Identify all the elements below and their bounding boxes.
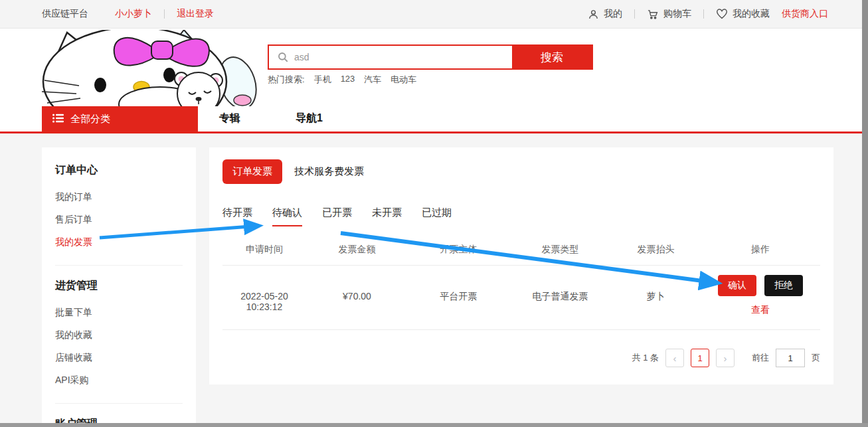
cell-amount: ¥70.00 [306, 275, 408, 316]
logout-link[interactable]: 退出登录 [177, 8, 214, 20]
tab-pending-confirm[interactable]: 待确认 [272, 207, 302, 226]
user-icon [588, 9, 599, 20]
cell-type: 电子普通发票 [509, 275, 611, 316]
vertical-scrollbar[interactable] [862, 0, 868, 427]
pagination-goto-label: 前往 [752, 352, 769, 364]
cell-apply-time: 2022-05-20 10:23:12 [222, 275, 306, 316]
topbar-right-group: 我的 购物车 我的收藏 供货商入口 [588, 8, 828, 20]
invoice-type-tabs: 订单发票 技术服务费发票 [222, 159, 820, 184]
divider [55, 265, 183, 266]
search-icon [277, 51, 289, 65]
search-button[interactable]: 搜索 [512, 46, 592, 68]
hot-search-item[interactable]: 123 [341, 74, 355, 86]
sidebar-section-title-orders: 订单中心 [55, 163, 183, 177]
tab-issued[interactable]: 已开票 [322, 207, 352, 226]
horizontal-scrollbar[interactable] [0, 423, 868, 427]
divider [164, 9, 165, 19]
tab-pending-issue[interactable]: 待开票 [222, 207, 252, 226]
hot-search-item[interactable]: 电动车 [391, 74, 416, 86]
pagination-page-unit: 页 [812, 352, 820, 364]
confirm-button[interactable]: 确认 [718, 275, 756, 296]
view-link[interactable]: 查看 [701, 304, 820, 316]
pagination-page-1[interactable]: 1 [691, 349, 709, 367]
column-header-amount: 发票金额 [306, 244, 408, 256]
top-bar: 供应链平台 小小萝卜 退出登录 我的 购物车 [0, 0, 868, 29]
sidebar-item-shop-favorites[interactable]: 店铺收藏 [55, 346, 183, 369]
supplier-entry-link[interactable]: 供货商入口 [782, 8, 828, 20]
table-row: 2022-05-20 10:23:12 ¥70.00 平台开票 电子普通发票 萝… [222, 266, 820, 330]
sidebar-item-bulk-order[interactable]: 批量下单 [55, 301, 183, 323]
my-account-label: 我的 [604, 8, 622, 20]
all-categories-button[interactable]: 全部分类 [42, 106, 198, 131]
sidebar-item-my-favorites[interactable]: 我的收藏 [55, 323, 183, 346]
account-sidebar: 订单中心 我的订单 售后订单 我的发票 进货管理 批量下单 我的收藏 店铺收藏 … [42, 147, 196, 427]
cart-link[interactable]: 购物车 [647, 8, 691, 20]
favorites-label: 我的收藏 [733, 8, 770, 20]
table-header-row: 申请时间 发票金额 开票主体 发票类型 发票抬头 操作 [222, 244, 820, 266]
search-input[interactable] [269, 46, 512, 68]
tab-order-invoice[interactable]: 订单发票 [222, 159, 282, 184]
hot-search-item[interactable]: 汽车 [364, 74, 381, 86]
divider [703, 9, 704, 19]
logo-cat-image[interactable] [42, 30, 261, 106]
cart-icon [647, 9, 659, 20]
pagination-total: 共 1 条 [632, 352, 659, 364]
favorites-link[interactable]: 我的收藏 [716, 8, 770, 20]
column-header-actions: 操作 [701, 244, 820, 256]
topbar-left-group: 供应链平台 小小萝卜 退出登录 [42, 8, 214, 20]
cell-title: 萝卜 [611, 275, 701, 316]
cart-label: 购物车 [663, 8, 691, 20]
invoice-status-tabs: 待开票 待确认 已开票 未开票 已过期 [222, 207, 820, 226]
column-header-apply-time: 申请时间 [222, 244, 306, 256]
sidebar-item-my-invoices[interactable]: 我的发票 [55, 230, 183, 253]
pagination-next-button[interactable]: › [716, 349, 735, 367]
divider [634, 9, 635, 19]
tab-service-fee-invoice[interactable]: 技术服务费发票 [292, 159, 367, 184]
column-header-type: 发票类型 [509, 244, 611, 256]
reject-button[interactable]: 拒绝 [764, 275, 803, 296]
cell-issuer: 平台开票 [408, 275, 509, 316]
cell-actions: 确认 拒绝 查看 [701, 275, 820, 316]
pagination: 共 1 条 ‹ 1 › 前往 页 [222, 349, 820, 367]
heart-icon [716, 9, 728, 19]
pagination-goto-input[interactable] [776, 349, 805, 367]
site-title: 供应链平台 [42, 8, 88, 20]
sidebar-item-my-orders[interactable]: 我的订单 [55, 185, 183, 208]
category-list-icon [52, 114, 64, 125]
site-header: 搜索 热门搜索: 手机 123 汽车 电动车 全部分类 专辑 导航1 [0, 29, 868, 133]
nav-item-nav1[interactable]: 导航1 [296, 106, 323, 131]
sidebar-item-api-purchase[interactable]: API采购 [55, 369, 183, 391]
tab-not-issued[interactable]: 未开票 [372, 207, 402, 226]
hot-search-item[interactable]: 手机 [314, 74, 331, 86]
column-header-title: 发票抬头 [611, 244, 701, 256]
divider [55, 403, 183, 404]
nav-item-album[interactable]: 专辑 [219, 106, 240, 131]
page-body: 订单中心 我的订单 售后订单 我的发票 进货管理 批量下单 我的收藏 店铺收藏 … [0, 133, 868, 427]
pagination-prev-button[interactable]: ‹ [665, 349, 684, 367]
tab-expired[interactable]: 已过期 [422, 207, 452, 226]
my-account-link[interactable]: 我的 [588, 8, 622, 20]
sidebar-item-aftersale-orders[interactable]: 售后订单 [55, 208, 183, 230]
invoice-panel: 订单发票 技术服务费发票 待开票 待确认 已开票 未开票 已过期 申请时间 发票… [209, 147, 833, 384]
all-categories-label: 全部分类 [70, 113, 110, 126]
sidebar-section-title-purchasing: 进货管理 [55, 279, 183, 293]
column-header-issuer: 开票主体 [408, 244, 509, 256]
username-link[interactable]: 小小萝卜 [115, 8, 152, 20]
hot-search-label: 热门搜索: [268, 74, 305, 86]
hot-search-row: 热门搜索: 手机 123 汽车 电动车 [268, 74, 416, 86]
invoice-table: 申请时间 发票金额 开票主体 发票类型 发票抬头 操作 2022-05-20 1… [222, 244, 820, 330]
search-bar: 搜索 [268, 44, 593, 70]
main-nav: 全部分类 专辑 导航1 [0, 106, 868, 131]
